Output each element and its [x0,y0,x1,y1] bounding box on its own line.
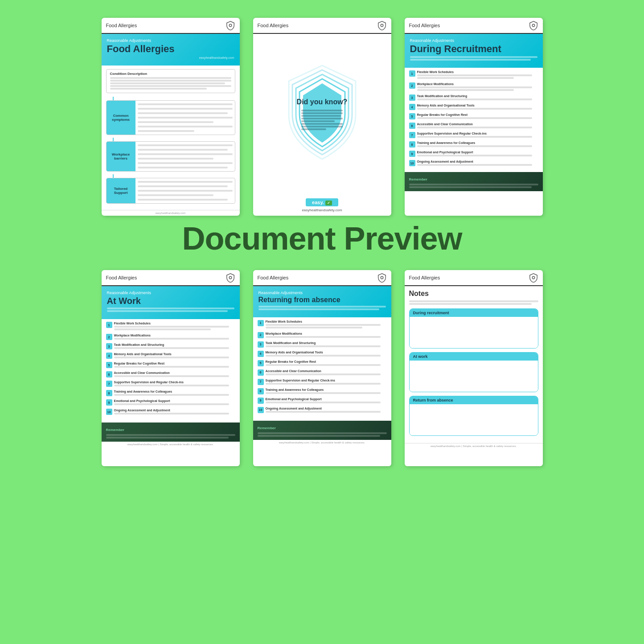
condition-desc-title: Condition Description [110,72,231,76]
text-line [114,403,229,405]
list-item: 6 Accessible and Clear Communication [106,371,235,378]
svg-point-1 [381,24,383,27]
text-line [138,108,233,110]
list-item: 6 Accessible and Clear Communication [258,369,387,376]
card5-remember: Remember [253,421,391,440]
text-line [114,413,229,414]
text-line [410,56,537,58]
notes-box-body-returnabsence [410,404,538,435]
text-line [138,153,233,155]
text-line [110,80,231,82]
svg-point-4 [381,276,383,279]
card5-header: Food Allergies [253,270,391,286]
text-line [417,117,532,119]
card4-list: 1 Flexible Work Schedules 2 Workplace Mo… [102,319,240,421]
list-item: 5 Regular Breaks for Cognitive Rest [106,362,235,369]
text-line [114,385,229,386]
list-item: 8 Training and Awareness for Colleagues [106,390,235,397]
text-line [266,324,381,326]
text-line [301,118,343,119]
list-item: 10 Ongoing Assessment and Adjustment [106,409,235,415]
shield-icon-5 [377,273,387,283]
text-line [417,89,514,91]
text-line [301,123,343,125]
text-line [114,347,229,349]
list-item: 9 Emotional and Psychological Support [106,399,235,406]
card5-main-title: Returning from absence [258,296,386,304]
text-line [138,194,213,196]
text-line [114,328,211,330]
remember-label-5: Remember [258,426,276,430]
list-item: 3 Task Modification and Structuring [106,343,235,350]
list-item: 3 Task Modification and Structuring [409,94,538,101]
text-line [417,145,532,147]
list-item: 1 Flexible Work Schedules [258,320,387,329]
card4-main-title: At Work [107,296,234,306]
list-item: 4 Memory Aids and Organisational Tools [409,104,538,111]
text-line [138,158,213,160]
notes-box-header-atwork: At work [410,353,538,361]
connector [113,174,114,178]
text-line [301,115,341,117]
text-line [138,181,233,183]
list-item: 10 Ongoing Assessment and Adjustment [409,160,538,167]
text-line [114,338,229,340]
list-item: 10 Ongoing Assessment and Adjustment [258,407,387,414]
list-item: 7 Supportive Supervision and Regular Che… [106,381,235,387]
list-item: 9 Emotional and Psychological Support [409,151,538,157]
text-line [114,357,229,358]
card3-list: 1 Flexible Work Schedules 2 Workplace Mo… [405,68,543,172]
text-line [417,74,532,76]
text-line [417,127,532,128]
text-line [106,437,229,439]
dyk-body: Did you know? [253,34,391,195]
connector [113,138,114,141]
text-line [266,327,363,328]
text-line [114,326,229,328]
checkmark-badge: ✓ [325,201,332,205]
text-line [258,308,380,310]
text-line [138,117,233,119]
text-line [417,155,532,156]
text-line [138,162,233,164]
card3-header-title: Food Allergies [409,23,440,28]
text-line [114,375,229,377]
text-line [266,336,381,338]
shield-icon [226,21,235,30]
card2-header: Food Allergies [253,18,391,34]
card4-footer: easyhealthandsafety.com | Simple, access… [102,442,240,447]
card-food-allergies-main: Food Allergies Reasonable Adjustments Fo… [102,18,240,216]
text-line [266,364,381,366]
easy-badge: easy. ✓ [306,198,338,206]
notes-box-header-recruitment: During recruitment [410,309,538,317]
text-line [301,126,343,127]
text-line [409,186,532,188]
notes-title: Notes [409,290,538,298]
card2-header-title: Food Allergies [258,23,289,28]
top-row: Food Allergies Reasonable Adjustments Fo… [102,18,543,216]
dyk-footer: easy. ✓ easyhealthandsafety.com [253,195,391,216]
list-item: 2 Workplace Modifications [106,334,235,340]
text-line [258,432,387,434]
card3-main-title: During Recruitment [410,44,537,54]
card4-banner: Reasonable Adjustments At Work [102,286,240,319]
text-line [417,98,532,100]
card3-header: Food Allergies [405,18,543,34]
text-line [138,103,233,105]
text-line [114,366,229,368]
card4-header-title: Food Allergies [106,275,137,280]
text-line [417,86,532,88]
card3-remember: Remember [405,172,543,191]
card-did-you-know: Food Allergies Did you know? [253,18,391,216]
card5-sublabel: Reasonable Adjustments [258,291,386,295]
svg-point-0 [229,24,232,27]
list-item: 4 Memory Aids and Organisational Tools [258,351,387,357]
section-label-symptoms: Commonsymptoms [112,114,130,122]
card4-sublabel: Reasonable Adjustments [107,291,234,295]
text-line [301,110,343,111]
card-during-recruitment: Food Allergies Reasonable Adjustments Du… [405,18,543,216]
remember-label-4: Remember [106,428,124,432]
card1-body: Condition Description Commonsymptoms [102,66,240,210]
svg-point-3 [229,276,232,279]
card5-footer: easyhealthandsafety.com | Simple, access… [253,440,391,445]
